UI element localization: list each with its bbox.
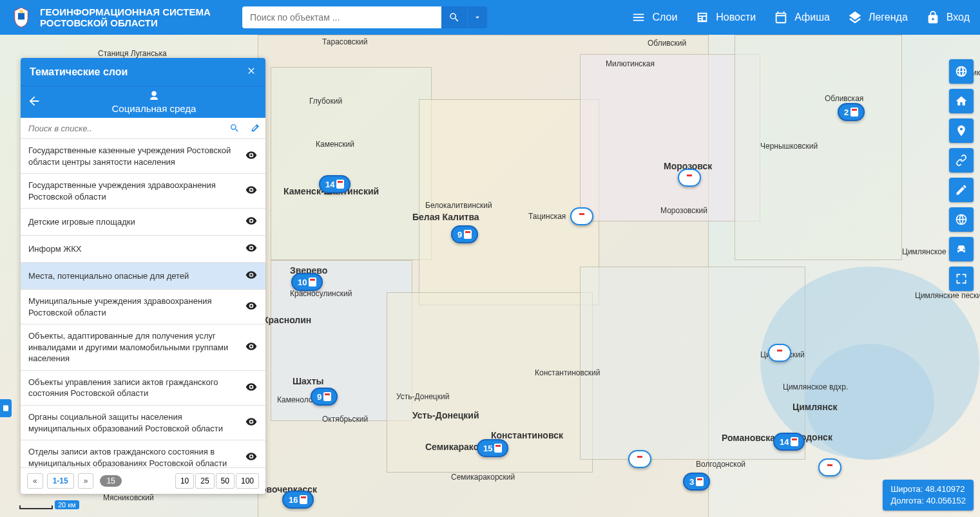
page-size-50[interactable]: 50: [216, 473, 235, 489]
layer-item[interactable]: Объекты управления записи актов гражданс…: [21, 371, 265, 406]
search-icon: [229, 123, 240, 133]
layer-visibility-toggle[interactable]: [245, 268, 258, 283]
panel-title: Тематические слои: [30, 66, 128, 78]
panel-filter-clear-button[interactable]: [245, 118, 265, 138]
layer-visibility-toggle[interactable]: [245, 214, 258, 229]
search-wrap: [242, 6, 487, 28]
map-single-marker[interactable]: [628, 450, 651, 468]
eye-icon: [245, 241, 258, 254]
tool-car[interactable]: [949, 237, 974, 261]
scale-label: 20 км: [55, 500, 79, 509]
tool-fullscreen[interactable]: [949, 267, 974, 291]
fullscreen-icon: [955, 272, 968, 285]
layer-item-label: Места, потенциально опасные для детей: [28, 270, 245, 282]
map-single-marker[interactable]: [818, 458, 841, 476]
panel-back-button[interactable]: [27, 94, 41, 111]
app-header: ГЕОИНФОРМАЦИОННАЯ СИСТЕМА РОСТОВСКОЙ ОБЛ…: [0, 0, 980, 35]
layer-visibility-toggle[interactable]: [245, 149, 258, 164]
nav-news[interactable]: Новости: [695, 10, 756, 24]
layers-panel: Тематические слои Социальная среда Госуд…: [21, 58, 265, 494]
layer-visibility-toggle[interactable]: [245, 450, 258, 465]
map-cluster-marker[interactable]: 14: [773, 433, 805, 451]
map-cluster-marker[interactable]: 15: [477, 439, 508, 457]
sidebar-collapse-handle[interactable]: [0, 399, 12, 417]
map-cluster-marker[interactable]: 2: [838, 103, 865, 121]
nav-layers[interactable]: Слои: [631, 10, 677, 24]
nav-legend[interactable]: Легенда: [848, 10, 908, 24]
layers-icon: [848, 10, 862, 24]
app-title: ГЕОИНФОРМАЦИОННАЯ СИСТЕМА РОСТОВСКОЙ ОБЛ…: [40, 6, 211, 29]
logo-block: ГЕОИНФОРМАЦИОННАЯ СИСТЕМА РОСТОВСКОЙ ОБЛ…: [10, 6, 229, 29]
map-label: Усть-Донецкий: [396, 392, 449, 401]
page-size-100[interactable]: 100: [236, 473, 259, 489]
layer-item[interactable]: Органы социальной защиты населения муниц…: [21, 406, 265, 440]
map-single-marker[interactable]: [570, 207, 593, 225]
layer-list[interactable]: Государственные казенные учреждения Рост…: [21, 139, 265, 467]
nav-afisha[interactable]: Афиша: [774, 10, 830, 24]
calendar-marker-icon: [776, 348, 783, 357]
tool-globe[interactable]: [949, 59, 974, 84]
tool-edit[interactable]: [949, 178, 974, 202]
layer-item[interactable]: Информ ЖКХ: [21, 236, 265, 263]
panel-footer: « 1-15 » 15 102550100: [21, 467, 265, 494]
nav-login[interactable]: Вход: [926, 10, 970, 24]
map-cluster-marker[interactable]: 9: [451, 225, 478, 243]
layer-item[interactable]: Муниципальные учреждения здравоохранения…: [21, 290, 265, 324]
tool-globe2[interactable]: [949, 207, 974, 232]
person-icon: [148, 90, 160, 102]
map-label: Волгодонской: [696, 460, 745, 469]
layer-item[interactable]: Места, потенциально опасные для детей: [21, 263, 265, 290]
eye-icon: [245, 149, 258, 162]
map-cluster-marker[interactable]: 10: [291, 273, 323, 291]
search-icon: [448, 12, 460, 23]
map-single-marker[interactable]: [768, 344, 791, 362]
page-size-10[interactable]: 10: [175, 473, 194, 489]
layer-item[interactable]: Детские игровые площадки: [21, 209, 265, 236]
map-label: Цимлянское вдхр.: [783, 382, 848, 391]
eye-icon: [245, 415, 258, 428]
tool-link[interactable]: [949, 148, 974, 173]
layer-visibility-toggle[interactable]: [245, 241, 258, 256]
pager-prev[interactable]: «: [27, 473, 43, 489]
calendar-marker-icon: [636, 455, 644, 464]
map-cluster-marker[interactable]: 16: [282, 491, 314, 509]
layer-visibility-toggle[interactable]: [245, 340, 258, 355]
map-label: Тарасовский: [322, 37, 368, 46]
calendar-icon: [774, 10, 788, 24]
layer-visibility-toggle[interactable]: [245, 299, 258, 314]
back-arrow-icon: [27, 94, 41, 108]
chevron-down-icon: [473, 13, 482, 22]
layer-item-label: Объекты управления записи актов гражданс…: [28, 377, 245, 399]
page-size-25[interactable]: 25: [195, 473, 214, 489]
calendar-marker-icon: [323, 392, 331, 401]
calendar-marker-icon: [578, 212, 586, 221]
map-cluster-marker[interactable]: 9: [311, 388, 338, 406]
layer-item[interactable]: Объекты, адаптированные для получения ус…: [21, 324, 265, 371]
search-button[interactable]: [441, 6, 467, 28]
layer-item-label: Детские игровые площадки: [28, 216, 245, 228]
panel-filter-search-button[interactable]: [224, 118, 245, 138]
layer-item[interactable]: Отделы записи актов гражданского состоян…: [21, 440, 265, 467]
pager-range[interactable]: 1-15: [47, 473, 74, 489]
map-cluster-marker[interactable]: 14: [319, 175, 351, 193]
layer-item[interactable]: Государственные учреждения здравоохранен…: [21, 174, 265, 209]
search-dropdown-button[interactable]: [468, 6, 487, 28]
calendar-marker-icon: [300, 495, 307, 504]
map-single-marker[interactable]: [678, 169, 701, 187]
search-input[interactable]: [242, 6, 441, 28]
map-label: Семикаракорский: [451, 473, 515, 482]
calendar-marker-icon: [309, 277, 316, 287]
panel-category-bar: Социальная среда: [21, 86, 265, 118]
panel-close-button[interactable]: [246, 64, 256, 79]
map-cluster-marker[interactable]: 3: [683, 473, 710, 491]
layer-visibility-toggle[interactable]: [245, 415, 258, 430]
layer-visibility-toggle[interactable]: [245, 381, 258, 395]
tool-marker[interactable]: [949, 118, 974, 143]
eye-icon: [245, 268, 258, 281]
tool-home[interactable]: [949, 89, 974, 113]
layer-visibility-toggle[interactable]: [245, 183, 258, 198]
layer-item[interactable]: Государственные казенные учреждения Рост…: [21, 139, 265, 174]
panel-filter-input[interactable]: [21, 118, 224, 138]
map-label: Каменский: [316, 140, 354, 149]
pager-next[interactable]: »: [78, 473, 94, 489]
